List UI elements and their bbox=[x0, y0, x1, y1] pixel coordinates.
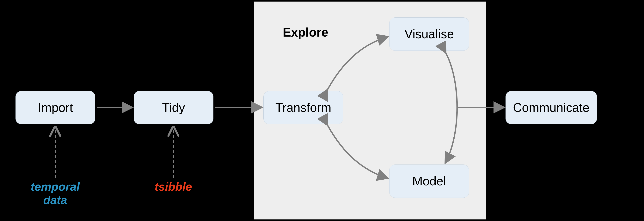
arrow-visualise-model bbox=[446, 52, 457, 163]
arrow-transform-visualise bbox=[327, 37, 387, 90]
arrows-layer bbox=[0, 0, 644, 221]
arrow-transform-model bbox=[327, 125, 387, 178]
